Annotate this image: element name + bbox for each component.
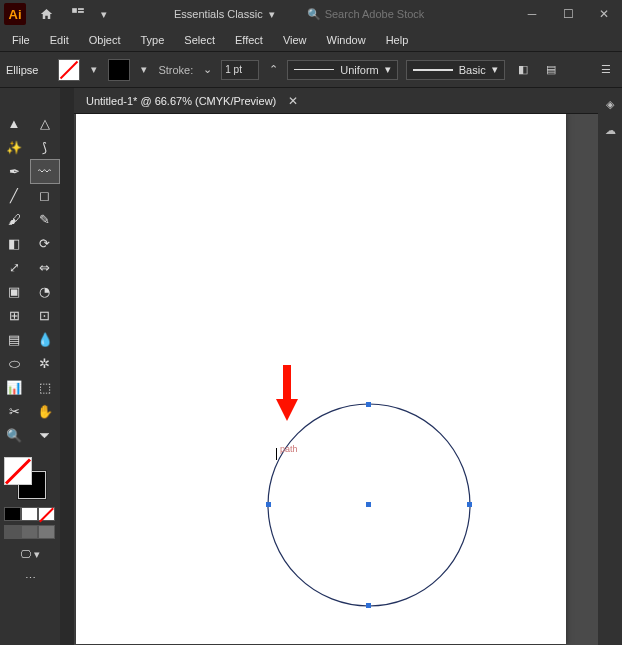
paintbrush-tool[interactable]: 🖌 xyxy=(0,208,28,231)
stroke-width-input[interactable] xyxy=(221,60,259,80)
rotate-tool[interactable]: ⟳ xyxy=(31,232,59,255)
toolbar: ▲ △ ✨ ⟆ ✒ 〰 ╱ ◻ 🖌 ✎ ◧ ⟳ ⤢ ⇔ ▣ ◔ ⊞ ⊡ ▤ 💧 … xyxy=(0,88,60,645)
opacity-icon[interactable]: ◧ xyxy=(513,60,533,80)
screen-mode[interactable]: 🖵 ▾ xyxy=(0,543,60,565)
shape-builder-tool[interactable]: ◔ xyxy=(31,280,59,303)
brush-definition[interactable]: Basic ▾ xyxy=(406,60,505,80)
svg-rect-1 xyxy=(78,8,84,10)
home-icon[interactable] xyxy=(34,2,58,26)
properties-panel-icon[interactable]: ◈ xyxy=(600,94,620,114)
svg-rect-8 xyxy=(366,502,371,507)
shaper-tool[interactable]: ✎ xyxy=(31,208,59,231)
scale-tool[interactable]: ⤢ xyxy=(0,256,28,279)
menu-object[interactable]: Object xyxy=(79,30,131,50)
vsp-label: Uniform xyxy=(340,64,379,76)
close-button[interactable]: ✕ xyxy=(590,3,618,25)
eyedropper-tool[interactable]: 💧 xyxy=(31,328,59,351)
menu-help[interactable]: Help xyxy=(376,30,419,50)
fill-swatch[interactable] xyxy=(58,59,80,81)
draw-normal[interactable] xyxy=(4,525,21,539)
line-segment-tool[interactable]: ╱ xyxy=(0,184,28,207)
zoom-tool[interactable]: 🔍 xyxy=(0,424,28,447)
svg-rect-5 xyxy=(366,603,371,608)
variable-width-profile[interactable]: Uniform ▾ xyxy=(287,60,398,80)
rectangle-tool[interactable]: ◻ xyxy=(31,184,59,207)
color-white[interactable] xyxy=(21,507,38,521)
arrange-icon[interactable] xyxy=(66,2,90,26)
transform-icon[interactable]: ☰ xyxy=(596,60,616,80)
control-bar: Ellipse ▾ ▾ Stroke: ⌄ ⌃ Uniform ▾ Basic … xyxy=(0,52,622,88)
fill-color[interactable] xyxy=(4,457,32,485)
column-graph-tool[interactable]: 📊 xyxy=(0,376,28,399)
minimize-button[interactable]: ─ xyxy=(518,3,546,25)
width-tool[interactable]: ⇔ xyxy=(31,256,59,279)
artboard-tool[interactable]: ⬚ xyxy=(31,376,59,399)
gradient-tool[interactable]: ▤ xyxy=(0,328,28,351)
menu-file[interactable]: File xyxy=(2,30,40,50)
perspective-grid-tool[interactable]: ⊞ xyxy=(0,304,28,327)
align-icon[interactable]: ▤ xyxy=(541,60,561,80)
search-input[interactable] xyxy=(325,8,445,20)
svg-rect-4 xyxy=(366,402,371,407)
line-preview xyxy=(294,69,334,70)
stock-search[interactable]: 🔍 xyxy=(307,8,445,21)
menu-select[interactable]: Select xyxy=(174,30,225,50)
menu-bar: File Edit Object Type Select Effect View… xyxy=(0,28,622,52)
menu-type[interactable]: Type xyxy=(131,30,175,50)
artboard[interactable]: path xyxy=(76,114,566,644)
mesh-tool[interactable]: ⊡ xyxy=(31,304,59,327)
toggle-tool[interactable]: ⏷ xyxy=(31,424,59,447)
chevron-down-icon: ▾ xyxy=(385,63,391,76)
menu-window[interactable]: Window xyxy=(317,30,376,50)
smart-guide-label: path xyxy=(280,444,298,454)
color-none[interactable] xyxy=(38,507,55,521)
title-bar: Ai ▾ Essentials Classic ▾ 🔍 ─ ☐ ✕ xyxy=(0,0,622,28)
workspace-switcher[interactable]: Essentials Classic ▾ xyxy=(168,6,281,23)
menu-edit[interactable]: Edit xyxy=(40,30,79,50)
svg-rect-7 xyxy=(467,502,472,507)
chevron-down-icon[interactable]: ▾ xyxy=(88,59,100,81)
symbol-sprayer-tool[interactable]: ✲ xyxy=(31,352,59,375)
svg-rect-6 xyxy=(266,502,271,507)
fill-stroke-control[interactable] xyxy=(0,457,60,505)
chevron-down-icon: ▾ xyxy=(492,63,498,76)
document-tab-bar: Untitled-1* @ 66.67% (CMYK/Preview) ✕ xyxy=(74,88,598,114)
svg-rect-2 xyxy=(78,11,84,13)
slice-tool[interactable]: ✂ xyxy=(0,400,28,423)
curvature-tool[interactable]: 〰 xyxy=(31,160,59,183)
pen-tool[interactable]: ✒ xyxy=(0,160,28,183)
brush-preview xyxy=(413,69,453,71)
selection-tool[interactable]: ▲ xyxy=(0,112,28,135)
stroke-swatch[interactable] xyxy=(108,59,130,81)
stroke-label: Stroke: xyxy=(158,64,193,76)
search-icon: 🔍 xyxy=(307,8,321,21)
chevron-down-icon[interactable]: ▾ xyxy=(98,3,110,25)
canvas-area[interactable]: path xyxy=(74,114,598,645)
chevron-down-icon[interactable]: ▾ xyxy=(138,59,150,81)
eraser-tool[interactable]: ◧ xyxy=(0,232,28,255)
lasso-tool[interactable]: ⟆ xyxy=(31,136,59,159)
brush-label: Basic xyxy=(459,64,486,76)
stroke-width-down[interactable]: ⌄ xyxy=(201,59,213,81)
selected-ellipse[interactable] xyxy=(266,402,472,608)
color-black[interactable] xyxy=(4,507,21,521)
maximize-button[interactable]: ☐ xyxy=(554,3,582,25)
blend-tool[interactable]: ⬭ xyxy=(0,352,28,375)
document-tab[interactable]: Untitled-1* @ 66.67% (CMYK/Preview) xyxy=(86,95,276,107)
menu-view[interactable]: View xyxy=(273,30,317,50)
magic-wand-tool[interactable]: ✨ xyxy=(0,136,28,159)
libraries-panel-icon[interactable]: ☁ xyxy=(600,120,620,140)
stroke-width-up[interactable]: ⌃ xyxy=(267,59,279,81)
svg-rect-9 xyxy=(283,365,291,401)
menu-effect[interactable]: Effect xyxy=(225,30,273,50)
hand-tool[interactable]: ✋ xyxy=(31,400,59,423)
active-tool-label: Ellipse xyxy=(6,64,38,76)
edit-toolbar[interactable]: ⋯ xyxy=(0,567,60,589)
free-transform-tool[interactable]: ▣ xyxy=(0,280,28,303)
workspace-label: Essentials Classic xyxy=(174,8,263,20)
draw-behind[interactable] xyxy=(21,525,38,539)
direct-selection-tool[interactable]: △ xyxy=(31,112,59,135)
close-tab-icon[interactable]: ✕ xyxy=(288,94,298,108)
right-panel: ◈ ☁ xyxy=(598,88,622,645)
draw-inside[interactable] xyxy=(38,525,55,539)
